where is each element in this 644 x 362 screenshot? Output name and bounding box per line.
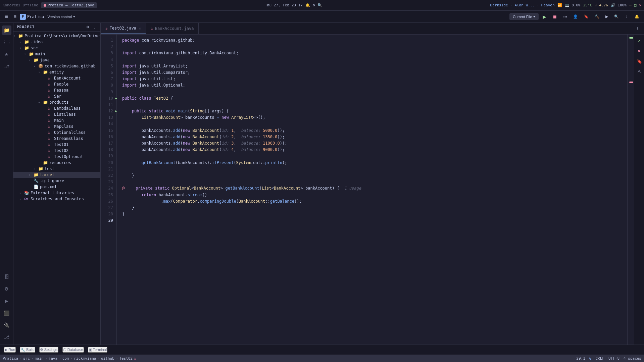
tree-item-TestOptional[interactable]: ☕TestOptional [13, 154, 100, 160]
vcs-btn[interactable]: ⎇ [2, 62, 11, 71]
tree-item-LambdaClass[interactable]: ☕LambdaClass [13, 105, 100, 111]
tree-item-StreamsClass[interactable]: ☕StreamsClass [13, 136, 100, 142]
tree-item-Ser[interactable]: ☕Ser [13, 93, 100, 99]
tree-arrow-target: ▸ [29, 173, 34, 176]
checkmark-btn[interactable]: ✓ [636, 37, 643, 45]
breadcrumb-item-2: main [35, 356, 44, 361]
tree-item-products[interactable]: ▸📁products [13, 99, 100, 105]
tree-icon-Main: ☕ [48, 118, 53, 123]
tree-item-scratches[interactable]: ▸🗂Scratches and Consoles [13, 196, 100, 202]
wifi-icon: 📶 [557, 3, 562, 7]
tree-item-ListClass[interactable]: ☕ListClass [13, 111, 100, 117]
structure-btn[interactable]: ⋮⋮ [2, 38, 11, 47]
tree-label-products: products [49, 100, 69, 105]
breadcrumb-sep-6: › [116, 356, 118, 361]
notifications-btn[interactable]: 🔔 [633, 13, 641, 20]
tree-item-main[interactable]: ▾📁main [13, 51, 100, 57]
code-line-7: import java.util.List; [122, 76, 627, 82]
right-panel: ✓ ✕ 🔖 A [634, 35, 644, 345]
active-app-tab[interactable]: Pratica – Test02.java [41, 2, 97, 8]
tree-item-gitignore[interactable]: 🔧.gitignore [13, 178, 100, 184]
tree-item-com-rickmviana-github[interactable]: ▾📦com.rickmviana.github [13, 63, 100, 69]
git-side-btn[interactable]: ⎇ [2, 332, 11, 342]
run-btn[interactable]: ▶ [541, 13, 548, 20]
run-dock-btn[interactable]: ▶ Run [4, 347, 16, 353]
tree-item-src[interactable]: ▾📁src [13, 45, 100, 51]
code-line-15: bankAccounts.add(new BankAccount(id: 1, … [122, 127, 627, 134]
more-btn[interactable]: ••• [561, 14, 569, 20]
bookmark-btn[interactable]: 🔖 [582, 13, 591, 20]
plugin-btn[interactable]: 🔌 [2, 320, 11, 330]
accessibility-btn[interactable]: A [636, 67, 643, 75]
favorites-btn[interactable]: ★ [2, 50, 11, 59]
database-dock-btn[interactable]: ⬡ Database [62, 347, 84, 353]
layout-btn[interactable]: ⊞ [11, 13, 18, 20]
tree-arrow-entity: ▾ [38, 70, 43, 74]
line-number-14: 14 [101, 121, 116, 127]
notification-icon[interactable]: 🔔 [305, 3, 310, 7]
project-panel-btn[interactable]: 📁 [2, 25, 11, 35]
tree-item-OptionalClass[interactable]: ☕OptionalClass [13, 130, 100, 136]
code-content[interactable]: package com.rickmviana.github;import com… [117, 35, 627, 345]
sidebar-more-btn[interactable]: ⋮ [92, 25, 97, 29]
current-file-btn[interactable]: Current File ▾ [509, 13, 539, 20]
run-config-btn[interactable]: ▶ [603, 13, 610, 20]
tab-bankaccount[interactable]: ☕ BankAccount.java [146, 23, 199, 34]
tree-item-Pessoa[interactable]: ☕Pessoa [13, 87, 100, 93]
line-number-13: 13 [101, 114, 116, 121]
tree-item-resources[interactable]: 📁resources [13, 160, 100, 166]
tree-arrow-src: ▾ [19, 46, 24, 50]
error-btn[interactable]: ✕ [636, 47, 643, 55]
tree-item-Test01[interactable]: ☕Test01 [13, 142, 100, 148]
project-selector[interactable]: P Pratica [20, 14, 44, 20]
terminal-side-btn[interactable]: ⬛ [2, 308, 11, 318]
minimize-btn[interactable]: ─ [629, 3, 632, 7]
profile-action-btn[interactable]: 👤 [571, 13, 580, 20]
tree-label-Pessoa: Pessoa [54, 88, 68, 93]
code-line-21 [122, 166, 627, 172]
tree-item-target[interactable]: ▸📁target [13, 172, 100, 178]
tree-icon-Pessoa: ☕ [48, 88, 53, 93]
tree-icon-gitignore: 🔧 [34, 178, 39, 183]
version-control-btn[interactable]: Version control ▾ [46, 13, 78, 20]
tab-test02-close[interactable]: ✕ [139, 27, 141, 30]
temp-label: 25°C [583, 3, 592, 7]
sidebar-gear-btn[interactable]: ⚙ [85, 25, 90, 29]
hamburger-btn[interactable]: ☰ [3, 13, 10, 20]
tree-item-external-libs[interactable]: ▸📚External Libraries [13, 190, 100, 196]
tree-item-Main[interactable]: ☕Main [13, 117, 100, 123]
run-side-btn[interactable]: ▶ [2, 296, 11, 306]
stop-btn[interactable]: ⏹ [550, 13, 559, 20]
maximize-btn[interactable]: □ [634, 3, 637, 7]
tree-label-Ser: Ser [54, 94, 61, 99]
tree-item-pom[interactable]: 📄pom.xml [13, 184, 100, 190]
tree-item-BankAccount[interactable]: ☕BankAccount [13, 75, 100, 81]
terminal-dock-btn[interactable]: ▣ Terminal [88, 347, 107, 353]
tree-item-People[interactable]: ☕People [13, 81, 100, 87]
settings-icon[interactable]: ⚙ [313, 3, 315, 7]
position-label: 29:1 [576, 356, 585, 361]
tree-item-test[interactable]: ▸📁test [13, 166, 100, 172]
tree-icon-Ser: ☕ [48, 94, 53, 99]
settings-side-btn[interactable]: ⚙ [2, 284, 11, 294]
tree-item-entity[interactable]: ▾📁entity [13, 69, 100, 75]
build-btn[interactable]: 🔨 [593, 13, 601, 20]
tree-item-pratica-root[interactable]: ▾📁Pratica C:\Users\rickm\OneDrive\Docu [13, 33, 100, 39]
recent-files-btn[interactable]: ⋮ [634, 25, 641, 32]
tree-item-java[interactable]: ▾📁java [13, 57, 100, 63]
tree-label-resources: resources [49, 160, 71, 165]
top-bar-right: Darkside · Alan W... · Heaven 📶 💻 8.0% 2… [490, 3, 641, 7]
database-btn[interactable]: 🗄 [2, 272, 11, 281]
tab-test02[interactable]: ☕ Test02.java ✕ [101, 23, 146, 34]
tree-item-idea[interactable]: ▸📁.idea [13, 39, 100, 45]
build-dock-btn[interactable]: 🔧 Build [20, 347, 35, 353]
search-everywhere-btn[interactable]: 🔍 [612, 13, 621, 20]
close-btn[interactable]: ✕ [639, 3, 641, 7]
tree-arrow-idea: ▸ [19, 40, 24, 44]
tree-item-Test02[interactable]: ☕Test02 [13, 148, 100, 154]
tree-item-MapClass[interactable]: ☕MapClass [13, 123, 100, 130]
more-toolbar-btn[interactable]: ⋮ [623, 13, 631, 20]
search-top-icon[interactable]: 🔍 [317, 3, 322, 7]
bookmark-gutter-btn[interactable]: 🔖 [636, 57, 643, 65]
settings-dock-btn[interactable]: ⚙ Settings [39, 347, 58, 353]
